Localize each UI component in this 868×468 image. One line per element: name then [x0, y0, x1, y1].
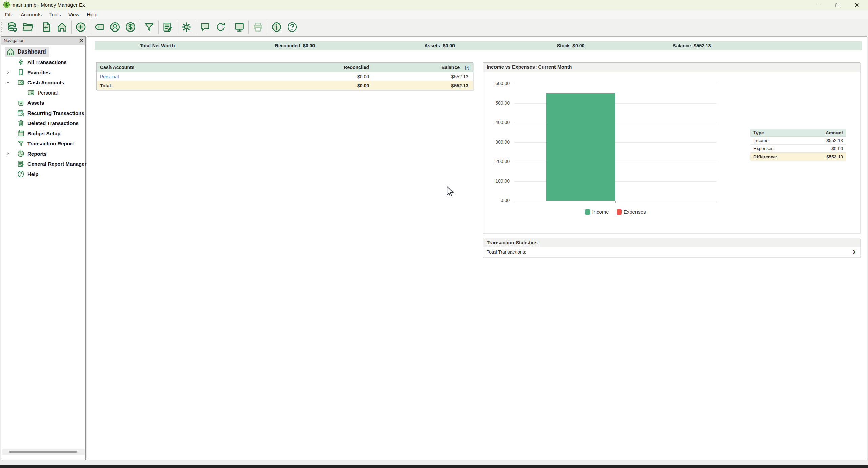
toolbar-separator: [248, 21, 249, 34]
home-icon: [6, 47, 15, 56]
general-report-manager-button[interactable]: [160, 19, 176, 35]
close-button[interactable]: [847, 0, 867, 10]
chart-plot: [514, 84, 716, 201]
question-icon: [17, 170, 25, 178]
maximize-restore-button[interactable]: [828, 0, 847, 10]
nav-item-help[interactable]: Help: [1, 169, 85, 179]
nav-item-dashboard[interactable]: Dashboard: [1, 47, 85, 57]
toolbar-gripper[interactable]: [1, 21, 2, 34]
type-cell: Income: [753, 138, 768, 143]
nav-item-cash-accounts[interactable]: Cash Accounts: [1, 77, 85, 87]
wallet-icon: [17, 79, 25, 86]
menu-view[interactable]: View: [65, 10, 83, 19]
total-transactions-row: Total Transactions: 3: [483, 247, 860, 257]
balance-column-header: Balance: [369, 65, 460, 70]
new-database-button[interactable]: [4, 19, 20, 35]
currency-icon: [125, 21, 136, 33]
doc-edit-icon: [162, 21, 174, 33]
toolbar-separator: [177, 21, 177, 34]
window-title: main.mmb - Money Manager Ex: [13, 0, 85, 10]
new-transaction-icon: [75, 21, 86, 33]
new-transaction-button[interactable]: [73, 19, 88, 35]
nav-item-deleted-transactions[interactable]: Deleted Transactions: [1, 118, 85, 128]
new-account-button[interactable]: [39, 19, 54, 35]
bookmark-icon: [17, 68, 25, 76]
legend-label-income: Income: [592, 209, 609, 215]
nav-item-budget-setup[interactable]: Budget Setup: [1, 128, 85, 138]
calendar-icon: [17, 129, 25, 137]
account-link-personal[interactable]: Personal: [97, 74, 261, 79]
nav-item-all-transactions[interactable]: All Transactions: [1, 57, 85, 67]
about-button[interactable]: [269, 19, 284, 35]
toolbar-separator: [158, 21, 159, 34]
full-screen-button[interactable]: [231, 19, 247, 35]
check-updates-button[interactable]: [213, 19, 228, 35]
total-label: Total:: [97, 83, 261, 88]
legend-swatch-income: [585, 209, 590, 215]
balance-value: $552.13: [369, 74, 473, 79]
gear-icon: [181, 21, 192, 33]
question-icon: [286, 21, 298, 33]
toolbar: [0, 19, 868, 36]
nav-item-recurring-transactions[interactable]: Recurring Transactions: [1, 108, 85, 118]
toolbar-separator: [37, 21, 37, 34]
monitor-icon: [234, 21, 245, 33]
nav-horizontal-scrollbar[interactable]: [2, 449, 85, 455]
chevron-down-icon[interactable]: [5, 80, 11, 85]
menu-accounts[interactable]: Accounts: [17, 10, 45, 19]
menu-bar: FileAccountsToolsViewHelp: [0, 10, 868, 19]
toolbar-separator: [230, 21, 230, 34]
feedback-button[interactable]: [197, 19, 213, 35]
organize-payees-button[interactable]: [107, 19, 123, 35]
dashboard-area: Total Net WorthReconciled: $0.00Assets: …: [87, 36, 867, 460]
total-transactions-label: Total Transactions:: [487, 249, 526, 255]
menu-help[interactable]: Help: [83, 10, 101, 19]
menu-file[interactable]: File: [1, 10, 17, 19]
svg-text:$: $: [5, 3, 8, 7]
income-expenses-panel: Income vs Expenses: Current Month TypeAm…: [483, 62, 860, 233]
help-button[interactable]: [284, 19, 300, 35]
status-bar: [0, 460, 868, 466]
minimize-button[interactable]: [809, 0, 828, 10]
y-axis-tick-label: 500.00: [485, 100, 510, 106]
nav-scrollbar-thumb[interactable]: [9, 451, 77, 453]
table-row-expenses: Expenses$0.00: [750, 145, 846, 153]
window-bottom-edge: [0, 465, 868, 468]
refresh-icon: [215, 21, 226, 33]
chevron-right-icon[interactable]: [5, 151, 11, 156]
cash-account-row: Personal$0.00$552.13: [97, 72, 473, 81]
cash-total-row: Total:$0.00$552.13: [97, 81, 473, 90]
new-database-icon: [6, 21, 18, 33]
chevron-right-icon[interactable]: [5, 69, 11, 75]
collapse-link[interactable]: [-]: [460, 65, 473, 70]
gridline: [514, 162, 716, 162]
window-controls: [809, 0, 867, 10]
nav-item-general-report-manager[interactable]: General Report Manager: [1, 159, 85, 169]
income-expense-table: TypeAmountIncome$552.13Expenses$0.00Diff…: [750, 129, 846, 161]
doc-edit-icon: [17, 160, 25, 168]
title-bar: $ main.mmb - Money Manager Ex: [0, 0, 868, 10]
open-database-icon: [22, 21, 34, 33]
bubble-icon: [199, 21, 211, 33]
table-row-income: Income$552.13: [750, 137, 846, 145]
nav-items: DashboardAll TransactionsFavoritesCash A…: [1, 47, 85, 179]
chart-area: TypeAmountIncome$552.13Expenses$0.00Diff…: [483, 72, 860, 233]
nav-item-reports[interactable]: Reports: [1, 148, 85, 159]
nav-item-transaction-report[interactable]: Transaction Report: [1, 138, 85, 148]
navigation-close-icon[interactable]: ×: [80, 37, 83, 45]
organize-currencies-button[interactable]: [123, 19, 138, 35]
legend-item-income: Income: [585, 209, 609, 215]
organize-categories-button[interactable]: [92, 19, 107, 35]
transaction-filter-button[interactable]: [141, 19, 157, 35]
nav-item-assets[interactable]: Assets: [1, 98, 85, 108]
nav-item-favorites[interactable]: Favorites: [1, 67, 85, 77]
table-difference-row: Difference:$552.13: [750, 153, 846, 161]
options-button[interactable]: [179, 19, 194, 35]
y-axis-tick-label: 600.00: [485, 81, 510, 86]
nav-item-personal[interactable]: Personal: [1, 87, 85, 98]
dashboard-button[interactable]: [54, 19, 70, 35]
toolbar-separator: [140, 21, 140, 34]
open-database-button[interactable]: [20, 19, 36, 35]
amount-column-header: Amount: [826, 130, 843, 135]
menu-tools[interactable]: Tools: [45, 10, 65, 19]
